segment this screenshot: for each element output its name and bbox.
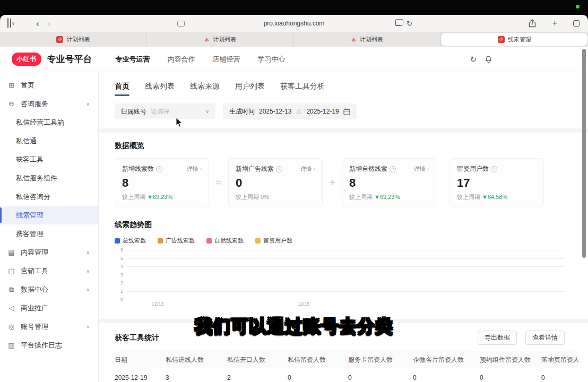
browser-tabstrip: 小 计划列表 ∗ 计划列表 ∗ 计划列表 小 线索管理 [0, 32, 588, 47]
table-row[interactable]: 2025-12-19 3 2 0 0 0 0 0 [115, 368, 578, 382]
plus-operator: + [323, 177, 342, 189]
xiaohongshu-logo[interactable]: 小红书 [12, 53, 41, 66]
x-tick: 12/13 [152, 301, 164, 307]
help-icon[interactable]: ? [276, 166, 282, 172]
data-center-icon: ⧉ [7, 285, 15, 294]
xiaohongshu-favicon: 小 [498, 36, 505, 43]
sidebar-item-data-center[interactable]: ⧉ 数据中心 ∨ [0, 280, 98, 299]
tab-home[interactable]: 首页 [115, 82, 129, 96]
sidebar-item-marketing-tools[interactable]: ▢ 营销工具 ∨ [0, 262, 98, 280]
overview-cards: 新增线索数 ? 详情 › 8 较上周期 ▼69.23% [115, 158, 572, 207]
y-tick: 2 [115, 280, 123, 285]
sidebar-item-lead-tools[interactable]: 获客工具 [0, 150, 98, 169]
sidebar-item-customer-manage[interactable]: 携客管理 [0, 224, 98, 243]
delta-value: 64.58% [488, 194, 507, 200]
tab-overview-icon[interactable] [573, 20, 580, 27]
business-promotion-icon: ◁ [7, 304, 15, 312]
help-icon[interactable]: ? [491, 166, 497, 172]
account-select-label: 归属账号 [121, 107, 146, 116]
picture-in-picture-icon[interactable] [395, 21, 402, 26]
reload-button[interactable]: ↻ [407, 20, 412, 27]
table-header-row: 日期 私信进线人数 私信开口人数 私信留资人数 服务卡留资人数 企微名片留资人数… [115, 351, 578, 368]
y-tick: 4 [115, 264, 123, 269]
chevron-right-icon: › [314, 166, 315, 172]
card-new-leads: 新增线索数 ? 详情 › 8 较上周期 ▼69.23% [115, 158, 209, 207]
account-select-placeholder: 请选择 [151, 107, 170, 116]
browser-tab-label: 计划列表 [360, 36, 383, 44]
compare-label: 较上周期 [122, 194, 145, 200]
page-scrollbar[interactable] [582, 49, 586, 258]
legend-retained-users[interactable]: 留资用户数 [255, 237, 292, 245]
sidebar-item-dm-tong[interactable]: 私信通 [0, 132, 98, 150]
sidebar-item-content-manage[interactable]: ▤ 内容管理 ∨ [0, 243, 98, 262]
sidebar-item-lead-manage-active[interactable]: 线索管理 [0, 206, 98, 224]
col-dm-entry: 私信进线人数 [166, 355, 227, 364]
help-icon[interactable]: ? [390, 166, 396, 172]
nav-item-content-coop[interactable]: 内容合作 [168, 55, 195, 64]
home-grid-icon: ⊞ [7, 81, 15, 89]
col-service-card-retain: 服务卡留资人数 [348, 355, 413, 364]
sidebar-item-platform-log[interactable]: ▥ 平台操作日志 [0, 336, 98, 354]
trend-legend: 总线索数 广告线索数 自然线索数 留资用户数 [115, 237, 572, 245]
detail-link[interactable]: 详情 › [187, 165, 202, 173]
share-icon[interactable] [529, 19, 536, 28]
date-end-value[interactable]: 2025-12-19 [306, 108, 339, 115]
nav-item-shop[interactable]: 店铺经营 [213, 55, 240, 64]
card-retained-users: 留资用户数 ? 17 较上周期 ▼64.58% [449, 158, 544, 207]
sidebar-item-dm-service-widget[interactable]: 私信服务组件 [0, 169, 98, 187]
delta-down-icon: ▼ [482, 194, 488, 200]
card-value: 8 [122, 176, 202, 190]
col-dm-open: 私信开口人数 [227, 355, 288, 364]
sidebar-item-dm-toolbox[interactable]: 私信经营工具箱 [0, 113, 98, 132]
browser-tab-4-active[interactable]: 小 线索管理 [441, 33, 587, 46]
date-separator: 至 [296, 107, 302, 116]
date-start-value[interactable]: 2025-12-13 [259, 108, 291, 115]
date-range-picker[interactable]: 生成时间 2025-12-13 至 2025-12-19 [223, 103, 357, 119]
card-new-organic-leads: 新增自然线索 ? 详情 › 8 较上周期 ▼69.23% [342, 158, 436, 207]
sync-icon[interactable]: ↻ [470, 55, 477, 64]
delta-value: 69.23% [380, 194, 400, 200]
tab-lead-source[interactable]: 线索来源 [190, 82, 220, 96]
sidebar-item-label: 平台操作日志 [21, 341, 62, 350]
y-tick: 1 [115, 289, 123, 294]
tab-lead-tool-analysis[interactable]: 获客工具分析 [280, 82, 325, 96]
card-value: 17 [457, 176, 537, 190]
bell-icon[interactable] [485, 55, 492, 64]
content-tabs: 首页 线索列表 线索来源 用户列表 获客工具分析 [115, 82, 572, 96]
new-tab-button[interactable]: + [552, 19, 557, 28]
sidebar-item-consult-service[interactable]: ⊖ 咨询服务 ∧ [0, 94, 98, 113]
legend-organic-leads[interactable]: 自然线索数 [206, 237, 244, 245]
detail-link[interactable]: 详情 › [300, 165, 315, 173]
tab-user-list[interactable]: 用户列表 [235, 82, 265, 96]
help-icon[interactable]: ? [156, 166, 162, 172]
nav-item-operation[interactable]: 专业号运营 [116, 55, 150, 64]
calendar-icon [343, 108, 350, 115]
account-select[interactable]: 归属账号 请选择 ∨ [115, 103, 215, 119]
content-manage-icon: ▤ [7, 248, 15, 256]
browser-tab-1[interactable]: 小 计划列表 [0, 32, 147, 47]
browser-tab-label: 计划列表 [66, 36, 90, 44]
sidebar-item-dm-consult-score[interactable]: 私信咨询分 [0, 187, 98, 206]
marketing-tools-icon: ▢ [7, 267, 15, 275]
sidebar-item-label: 携客管理 [16, 229, 44, 239]
detail-link[interactable]: 详情 › [414, 165, 429, 173]
legend-ad-leads[interactable]: 广告线索数 [158, 237, 195, 245]
browser-tab-2[interactable]: ∗ 计划列表 [147, 32, 294, 47]
address-bar[interactable]: pro.xiaohongshu.com [0, 15, 588, 32]
y-tick: 3 [115, 272, 123, 277]
url-text: pro.xiaohongshu.com [264, 20, 325, 27]
tab-lead-list[interactable]: 线索列表 [145, 82, 175, 96]
video-subtitle-overlay: 我们可以通过账号去分类 [0, 315, 588, 338]
browser-tab-3[interactable]: ∗ 计划列表 [294, 32, 441, 47]
chevron-right-icon: › [427, 166, 429, 172]
sidebar-item-label: 营销工具 [21, 266, 48, 276]
compare-label: 较上周期 [349, 194, 373, 200]
sidebar-item-home[interactable]: ⊞ 首页 [0, 76, 98, 94]
loading-spinner-icon: ∗ [351, 36, 357, 43]
legend-swatch [158, 238, 163, 244]
card-new-ad-leads: 新增广告线索 ? 详情 › 0 较上周期 0% [228, 158, 323, 207]
leads-tabs-section: 首页 线索列表 线索来源 用户列表 获客工具分析 归属账号 请选择 ∨ 生成时间… [99, 72, 588, 128]
legend-total-leads[interactable]: 总线索数 [115, 237, 146, 245]
nav-item-learning[interactable]: 学习中心 [258, 55, 286, 64]
sidebar-item-label: 私信咨询分 [16, 192, 50, 202]
